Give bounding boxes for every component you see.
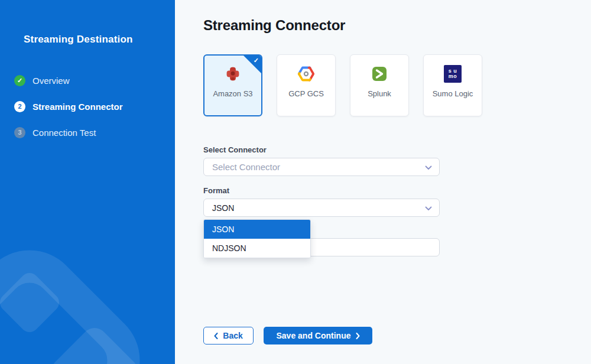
gcp-gcs-icon xyxy=(296,64,316,83)
check-icon: ✓ xyxy=(254,57,259,64)
connector-card-label: Sumo Logic xyxy=(428,89,478,99)
amazon-s3-icon xyxy=(223,64,242,83)
format-option-ndjson[interactable]: NDJSON xyxy=(204,239,310,258)
format-label: Format xyxy=(203,186,440,195)
select-connector-label: Select Connector xyxy=(203,145,440,154)
connector-card-gcp-gcs[interactable]: GCP GCS xyxy=(277,54,336,116)
format-option-json[interactable]: JSON xyxy=(204,220,310,239)
connector-card-label: Amazon S3 xyxy=(208,89,257,99)
wizard-steps: ✓ Overview 2 Streaming Connector 3 Conne… xyxy=(14,74,123,152)
chevron-right-icon xyxy=(356,333,360,339)
step-connection-test[interactable]: 3 Connection Test xyxy=(14,126,123,138)
format-selected-value: JSON xyxy=(212,203,234,213)
format-dropdown[interactable]: JSON xyxy=(203,199,440,217)
wizard-sidebar: Streaming Destination ✓ Overview 2 Strea… xyxy=(0,0,175,364)
step-complete-check-icon: ✓ xyxy=(14,75,25,86)
format-group: Format JSON xyxy=(203,186,440,217)
wizard-title: Streaming Destination xyxy=(24,34,133,46)
back-button-label: Back xyxy=(223,331,242,340)
connector-card-label: GCP GCS xyxy=(284,89,329,99)
connector-card-splunk[interactable]: Splunk xyxy=(350,54,409,116)
step-label: Connection Test xyxy=(33,128,96,138)
sidebar-watermark-logo xyxy=(0,0,175,364)
step-number-badge: 3 xyxy=(14,127,25,138)
select-connector-dropdown[interactable]: Select Connector xyxy=(203,158,440,176)
connector-cards: ✓ Amazon S3 xyxy=(203,54,482,116)
select-connector-group: Select Connector Select Connector xyxy=(203,145,440,176)
format-dropdown-menu: JSON NDJSON xyxy=(203,219,311,258)
back-button[interactable]: Back xyxy=(203,327,254,344)
main-panel: Streaming Connector ✓ Amazon S3 xyxy=(175,0,591,364)
splunk-icon xyxy=(371,64,388,83)
select-connector-placeholder: Select Connector xyxy=(212,162,280,172)
sumo-logic-icon: s u mo xyxy=(444,64,462,83)
step-number-badge: 2 xyxy=(14,101,25,112)
step-label: Overview xyxy=(33,76,70,86)
chevron-left-icon xyxy=(214,333,218,339)
chevron-down-icon xyxy=(425,165,432,170)
connector-card-label: Splunk xyxy=(363,89,396,99)
chevron-down-icon xyxy=(425,206,432,211)
step-label: Streaming Connector xyxy=(33,102,123,112)
save-button-label: Save and Continue xyxy=(276,331,350,340)
save-and-continue-button[interactable]: Save and Continue xyxy=(264,327,372,344)
connector-card-amazon-s3[interactable]: ✓ Amazon S3 xyxy=(203,54,262,116)
page-title: Streaming Connector xyxy=(203,17,345,34)
footer-actions: Back Save and Continue xyxy=(203,327,372,344)
step-overview[interactable]: ✓ Overview xyxy=(14,74,123,86)
step-streaming-connector[interactable]: 2 Streaming Connector xyxy=(14,100,123,112)
connector-card-sumo-logic[interactable]: s u mo Sumo Logic xyxy=(423,54,482,116)
